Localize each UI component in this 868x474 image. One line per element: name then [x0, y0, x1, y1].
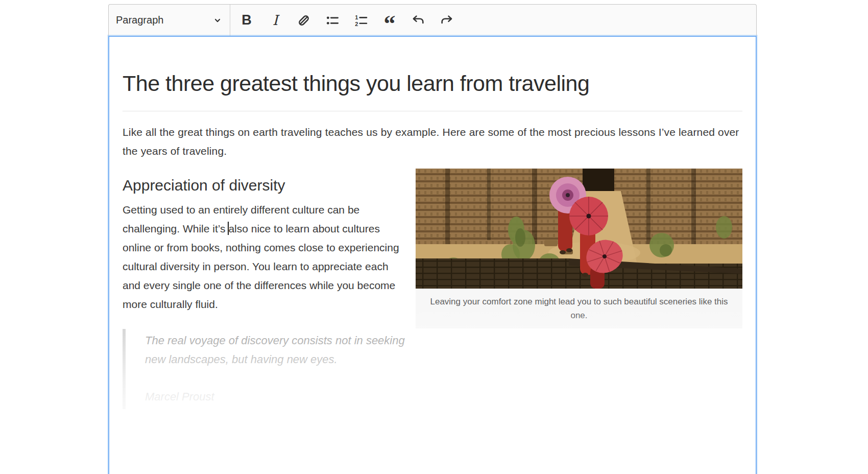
- intro-paragraph: Like all the great things on earth trave…: [123, 123, 742, 160]
- document-title: The three greatest things you learn from…: [123, 69, 742, 98]
- undo-icon: [411, 13, 425, 28]
- paragraph-dropdown-label: Paragraph: [116, 14, 163, 26]
- bold-button[interactable]: B: [234, 8, 259, 33]
- numbered-list-button[interactable]: 1 2: [349, 8, 373, 33]
- title-divider: [123, 111, 742, 111]
- redo-icon: [440, 13, 454, 28]
- rich-text-editor: Paragraph B I: [108, 4, 757, 474]
- editor-editable-area[interactable]: The three greatest things you learn from…: [108, 36, 757, 474]
- bulleted-list-icon: [325, 13, 340, 28]
- image-caption: Leaving your comfort zone might lead you…: [416, 289, 742, 328]
- block-quote-icon: “: [384, 12, 396, 37]
- numbered-list-icon: 1 2: [354, 13, 368, 28]
- block-quote: The real voyage of discovery consists no…: [123, 329, 408, 409]
- chevron-down-icon: [213, 16, 222, 25]
- italic-button[interactable]: I: [263, 8, 287, 33]
- bulleted-list-button[interactable]: [320, 8, 345, 33]
- svg-text:2: 2: [355, 20, 358, 27]
- toolbar-button-group: B I: [230, 5, 459, 36]
- bold-icon: B: [242, 12, 252, 28]
- svg-text:1: 1: [355, 14, 358, 20]
- body-text-after-caret: also nice to learn about cultures online…: [123, 223, 399, 310]
- block-quote-button[interactable]: “: [377, 8, 402, 33]
- quote-text: The real voyage of discovery consists no…: [145, 331, 408, 369]
- redo-button[interactable]: [435, 8, 459, 33]
- undo-button[interactable]: [406, 8, 430, 33]
- travel-image: [416, 169, 742, 289]
- paragraph-style-dropdown[interactable]: Paragraph: [109, 5, 230, 36]
- quote-attribution: Marcel Proust: [145, 387, 408, 406]
- travel-image-figure[interactable]: Leaving your comfort zone might lead you…: [416, 169, 742, 328]
- editor-toolbar: Paragraph B I: [108, 4, 757, 36]
- italic-icon: I: [273, 12, 278, 28]
- link-button[interactable]: [292, 8, 316, 33]
- link-icon: [297, 13, 311, 28]
